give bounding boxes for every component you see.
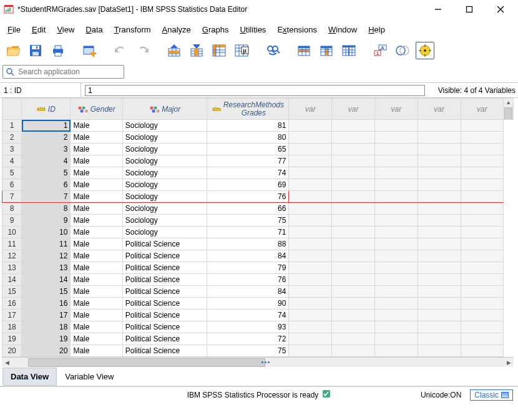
row-number[interactable]: 19 bbox=[2, 333, 22, 345]
cell-grade[interactable]: 80 bbox=[207, 132, 289, 144]
cell-id[interactable]: 11 bbox=[22, 238, 71, 250]
cell-major[interactable]: Political Science bbox=[122, 310, 207, 321]
row-number[interactable]: 3 bbox=[2, 144, 22, 155]
cell-grade[interactable]: 90 bbox=[207, 298, 289, 310]
cell-gender[interactable]: Male bbox=[71, 179, 122, 191]
col-header-id[interactable]: ID bbox=[22, 99, 71, 120]
cell-gender[interactable]: Male bbox=[71, 310, 122, 321]
table-row[interactable]: 66MaleSociology69 bbox=[2, 179, 514, 191]
cell-empty[interactable] bbox=[289, 155, 332, 167]
cell-id[interactable]: 13 bbox=[22, 262, 71, 274]
row-number[interactable]: 11 bbox=[2, 238, 22, 250]
cell-empty[interactable] bbox=[375, 310, 418, 321]
cell-major[interactable]: Political Science bbox=[122, 238, 207, 250]
col-header-var[interactable]: var bbox=[418, 99, 461, 120]
table-row[interactable]: 11MaleSociology81 bbox=[2, 120, 514, 132]
cell-empty[interactable] bbox=[375, 215, 418, 227]
cell-empty[interactable] bbox=[289, 286, 332, 298]
cell-empty[interactable] bbox=[461, 286, 504, 298]
cell-id[interactable]: 7 bbox=[22, 191, 71, 203]
cell-empty[interactable] bbox=[332, 191, 375, 203]
cell-id[interactable]: 4 bbox=[22, 155, 71, 167]
value-labels-button[interactable]: 1A bbox=[371, 42, 389, 59]
cell-id[interactable]: 15 bbox=[22, 286, 71, 298]
cell-empty[interactable] bbox=[461, 310, 504, 321]
menu-help[interactable]: Help bbox=[364, 24, 389, 36]
cell-grade[interactable]: 69 bbox=[207, 179, 289, 191]
cell-gender[interactable]: Male bbox=[71, 203, 122, 215]
save-button[interactable] bbox=[26, 42, 45, 59]
variables-button[interactable] bbox=[210, 42, 228, 59]
cell-empty[interactable] bbox=[418, 203, 461, 215]
undo-button[interactable] bbox=[111, 42, 130, 59]
cell-empty[interactable] bbox=[289, 345, 332, 357]
cell-empty[interactable] bbox=[375, 345, 418, 357]
classic-mode-button[interactable]: Classic bbox=[470, 389, 513, 401]
row-number[interactable]: 12 bbox=[2, 250, 22, 262]
cell-value-input[interactable]: 1 bbox=[85, 85, 425, 96]
cell-empty[interactable] bbox=[461, 345, 504, 357]
cell-grade[interactable]: 65 bbox=[207, 144, 289, 155]
print-button[interactable] bbox=[49, 42, 67, 59]
cell-empty[interactable] bbox=[418, 250, 461, 262]
row-number[interactable]: 8 bbox=[2, 203, 22, 215]
scroll-splitter[interactable] bbox=[258, 358, 273, 366]
cell-empty[interactable] bbox=[332, 144, 375, 155]
col-header-major[interactable]: aMajor bbox=[122, 99, 207, 120]
recall-dialog-button[interactable] bbox=[80, 42, 99, 59]
cell-empty[interactable] bbox=[332, 345, 375, 357]
minimize-button[interactable] bbox=[429, 3, 447, 16]
menu-graphs[interactable]: Graphs bbox=[198, 24, 233, 36]
cell-empty[interactable] bbox=[332, 167, 375, 179]
cell-grade[interactable]: 84 bbox=[207, 250, 289, 262]
tab-variable-view[interactable]: Variable View bbox=[57, 368, 122, 386]
row-number[interactable]: 5 bbox=[2, 167, 22, 179]
cell-gender[interactable]: Male bbox=[71, 274, 122, 286]
vertical-scrollbar[interactable]: ▲ bbox=[504, 99, 514, 120]
cell-empty[interactable] bbox=[289, 120, 332, 132]
search-input[interactable] bbox=[17, 67, 121, 77]
cell-grade[interactable]: 79 bbox=[207, 262, 289, 274]
cell-empty[interactable] bbox=[289, 144, 332, 155]
redo-button[interactable] bbox=[134, 42, 152, 59]
cell-id[interactable]: 16 bbox=[22, 298, 71, 310]
row-number[interactable]: 15 bbox=[2, 286, 22, 298]
cell-empty[interactable] bbox=[332, 238, 375, 250]
cell-empty[interactable] bbox=[461, 262, 504, 274]
cell-empty[interactable] bbox=[332, 333, 375, 345]
menu-data[interactable]: Data bbox=[82, 24, 106, 36]
cell-id[interactable]: 20 bbox=[22, 345, 71, 357]
cell-major[interactable]: Sociology bbox=[122, 191, 207, 203]
cell-id[interactable]: 12 bbox=[22, 250, 71, 262]
insert-variable-button[interactable] bbox=[317, 42, 336, 59]
scroll-left-arrow[interactable]: ◀ bbox=[2, 358, 12, 367]
cell-empty[interactable] bbox=[289, 167, 332, 179]
cell-empty[interactable] bbox=[375, 286, 418, 298]
menu-utilities[interactable]: Utilities bbox=[236, 24, 270, 36]
cell-gender[interactable]: Male bbox=[71, 298, 122, 310]
cell-major[interactable]: Political Science bbox=[122, 262, 207, 274]
cell-id[interactable]: 19 bbox=[22, 333, 71, 345]
col-header-var[interactable]: var bbox=[461, 99, 504, 120]
cell-major[interactable]: Political Science bbox=[122, 333, 207, 345]
row-number[interactable]: 16 bbox=[2, 298, 22, 310]
column-header-row[interactable]: ID aGender aMajor ResearchMethodsGrades … bbox=[2, 99, 514, 120]
cell-empty[interactable] bbox=[418, 179, 461, 191]
row-number[interactable]: 7 bbox=[2, 191, 22, 203]
row-number[interactable]: 20 bbox=[2, 345, 22, 357]
cell-grade[interactable]: 75 bbox=[207, 345, 289, 357]
cell-empty[interactable] bbox=[289, 132, 332, 144]
table-row[interactable]: 2020MalePolitical Science75 bbox=[2, 345, 514, 357]
cell-gender[interactable]: Male bbox=[71, 155, 122, 167]
cell-empty[interactable] bbox=[418, 120, 461, 132]
row-number[interactable]: 18 bbox=[2, 321, 22, 333]
weight-cases-button[interactable] bbox=[416, 42, 434, 59]
cell-empty[interactable] bbox=[332, 274, 375, 286]
menu-analyze[interactable]: Analyze bbox=[159, 24, 195, 36]
menu-file[interactable]: File bbox=[4, 24, 24, 36]
cell-grade[interactable]: 76 bbox=[207, 274, 289, 286]
cell-grade[interactable]: 66 bbox=[207, 203, 289, 215]
scroll-right-arrow[interactable]: ▶ bbox=[504, 358, 514, 367]
cell-empty[interactable] bbox=[375, 227, 418, 238]
cell-empty[interactable] bbox=[375, 120, 418, 132]
